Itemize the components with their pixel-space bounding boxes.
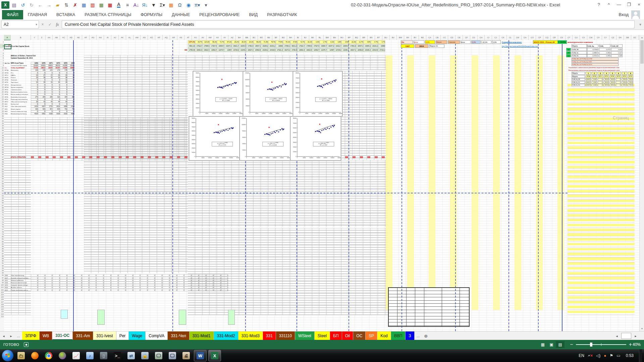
percent-cell[interactable]: 10,2%	[349, 40, 356, 44]
row-header-22[interactable]: 22	[0, 96, 4, 98]
value-cell[interactable]: 0	[148, 279, 155, 282]
value-cell[interactable]: 0	[111, 289, 118, 291]
value-cell[interactable]: 0	[192, 274, 199, 277]
value-cell[interactable]: 18647,1	[356, 44, 363, 48]
ep-code-cell[interactable]: EP1H	[628, 75, 633, 78]
column-header-BT[interactable]: BT	[375, 35, 382, 40]
row-header-108[interactable]: 108	[0, 303, 4, 306]
value-cell[interactable]: 0	[46, 289, 53, 291]
value-cell[interactable]: 0	[133, 282, 141, 284]
value-cell[interactable]: 0	[119, 274, 126, 277]
value-cell[interactable]: 0	[38, 86, 45, 88]
value-cell[interactable]: 0	[148, 284, 155, 286]
value-cell[interactable]: 0	[46, 86, 53, 88]
value-cell[interactable]: 0	[75, 277, 82, 279]
value-cell[interactable]: 17318	[31, 67, 38, 69]
value-cell[interactable]: 3333	[60, 113, 67, 115]
value-cell[interactable]: 0	[214, 284, 221, 286]
column-header-AC[interactable]: AC	[60, 35, 67, 40]
value-cell[interactable]: 38	[60, 76, 67, 79]
value-cell[interactable]: 17999,9	[305, 44, 312, 48]
header-cell[interactable]: NIPA Asset Types	[11, 62, 31, 64]
model-num-cell[interactable]: 6	[616, 72, 621, 75]
column-header-CM[interactable]: CM	[514, 35, 522, 40]
value-cell[interactable]: 0	[133, 274, 141, 277]
value-cell[interactable]: 0	[38, 286, 45, 289]
row-header-17[interactable]: 17	[0, 84, 4, 86]
value-cell[interactable]: 30	[46, 76, 53, 79]
value-cell[interactable]: 178	[60, 69, 67, 71]
code-cell[interactable]: 3390	[5, 274, 10, 277]
embedded-chart-4[interactable]: 0100002000030000400005000060000700008000…	[189, 116, 240, 161]
sheet-tab-зпрф[interactable]: ЗПРФ	[22, 331, 40, 340]
column-header-AA[interactable]: AA	[46, 35, 53, 40]
percent-cell[interactable]: 0,7%	[371, 40, 378, 44]
value-cell[interactable]: 0	[199, 279, 206, 282]
value-cell[interactable]: 0	[221, 282, 228, 284]
value-cell[interactable]: 16622,9	[305, 48, 312, 52]
column-header-CV[interactable]: CV	[580, 35, 587, 40]
name-box-dropdown-icon[interactable]: ▾	[36, 23, 39, 26]
label-cell[interactable]: TOTAL EQUIPMENT	[11, 67, 31, 69]
row-header-111[interactable]: 111	[0, 310, 4, 313]
action-center-flag-icon[interactable]: ⚑	[610, 353, 613, 358]
row-header-103[interactable]: 103	[0, 291, 4, 294]
column-header-AM[interactable]: AM	[133, 35, 141, 40]
value-cell[interactable]: 16994,7	[217, 44, 224, 48]
row-header-77[interactable]: 77	[0, 229, 4, 231]
value-cell[interactable]: 2799,39	[188, 48, 195, 52]
row-header-87[interactable]: 87	[0, 253, 4, 255]
row-header-6[interactable]: 6	[0, 57, 4, 59]
value-cell[interactable]: 0	[82, 284, 89, 286]
value-cell[interactable]: 0	[46, 98, 53, 101]
percent-cell[interactable]: 68,2%	[254, 40, 261, 44]
ep-code-cell[interactable]: EP1E	[610, 75, 615, 78]
value-cell[interactable]: 18228	[46, 67, 53, 69]
value-cell[interactable]: 0	[97, 289, 104, 291]
row-header-58[interactable]: 58	[0, 183, 4, 185]
column-header-BL[interactable]: BL	[316, 35, 324, 40]
value-cell[interactable]: 12376,7	[217, 48, 224, 52]
value-cell[interactable]: 0	[199, 284, 206, 286]
column-header-AB[interactable]: AB	[53, 35, 60, 40]
year-header-cell[interactable]: 1973	[60, 62, 67, 64]
column-header-AF[interactable]: AF	[82, 35, 90, 40]
percent-cell[interactable]: 1377,2%	[188, 40, 195, 44]
badge-cell[interactable]: 13	[566, 51, 571, 54]
value-cell[interactable]: 0	[97, 286, 104, 289]
column-header-AD[interactable]: AD	[67, 35, 75, 40]
label-cell[interactable]: Nonelectro medical instru	[11, 91, 31, 93]
value-cell[interactable]: 18813	[38, 67, 45, 69]
value-cell[interactable]: 270	[31, 96, 38, 98]
value-cell[interactable]: 0	[119, 289, 126, 291]
embedded-chart-5[interactable]: 0200004000060000800001000001200000500001…	[239, 116, 290, 161]
value-cell[interactable]: 0	[46, 279, 53, 282]
value-cell[interactable]: 0	[192, 284, 199, 286]
row-header-44[interactable]: 44	[0, 149, 4, 151]
value-cell[interactable]: 12997	[224, 48, 231, 52]
delete-columns-icon[interactable]: ▥	[89, 1, 97, 9]
value-cell[interactable]: 0	[38, 93, 45, 96]
row-header-18[interactable]: 18	[0, 86, 4, 88]
symbol-omega-icon[interactable]: Ω	[176, 1, 184, 9]
value-cell[interactable]: 0	[133, 279, 141, 282]
zoom-slider[interactable]	[576, 344, 626, 345]
value-cell[interactable]: 0	[75, 274, 82, 277]
column-header-AE[interactable]: AE	[75, 35, 82, 40]
value-cell[interactable]: 0	[207, 277, 214, 279]
column-header-CG[interactable]: CG	[470, 35, 478, 40]
naics-subtitle[interactable]: металлургического комплекса	[567, 40, 607, 44]
value-cell[interactable]: 16994,7	[320, 44, 327, 48]
column-header-CK[interactable]: CK	[499, 35, 507, 40]
value-cell[interactable]: 0	[126, 279, 133, 282]
column-header-BJ[interactable]: BJ	[302, 35, 309, 40]
row-header-19[interactable]: 19	[0, 88, 4, 91]
column-header-DB[interactable]: DB	[624, 35, 631, 40]
column-header-BI[interactable]: BI	[294, 35, 302, 40]
decline-cell[interactable]: Снижение	[448, 40, 460, 44]
value-cell[interactable]: 0	[97, 284, 104, 286]
column-header-AV[interactable]: AV	[199, 35, 207, 40]
value-cell[interactable]: 0	[53, 289, 60, 291]
highlight-cell-cyan[interactable]	[61, 310, 68, 319]
embedded-chart-6[interactable]: 0100002000030000400005000060000700008000…	[290, 116, 341, 161]
